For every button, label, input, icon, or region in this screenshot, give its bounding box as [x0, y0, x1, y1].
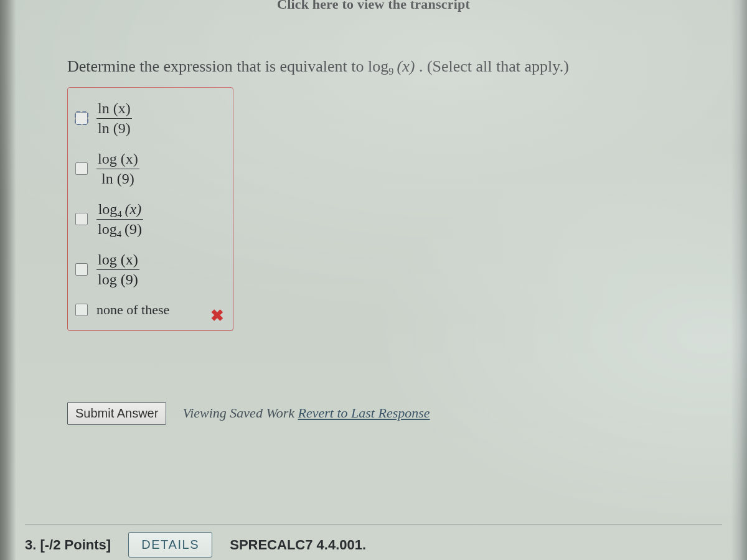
- option-5-label: none of these: [96, 302, 169, 318]
- option-5-checkbox[interactable]: [75, 304, 88, 316]
- option-1-expression: ln (x) ln (9): [96, 100, 132, 137]
- option-4-expression: log (x) log (9): [96, 251, 139, 288]
- details-button[interactable]: DETAILS: [128, 532, 212, 558]
- option-1-checkbox[interactable]: [75, 112, 88, 124]
- incorrect-icon: ✖: [210, 306, 224, 325]
- question-prompt: Determine the expression that is equival…: [67, 55, 679, 78]
- option-4[interactable]: log (x) log (9): [75, 251, 227, 288]
- next-question-header: 3. [-/2 Points] DETAILS SPRECALC7 4.4.00…: [25, 524, 722, 558]
- option-2-expression: log (x) ln (9): [96, 151, 139, 187]
- answer-options-box: ln (x) ln (9) log (x) ln (9) log4 (x) lo…: [67, 87, 233, 331]
- option-2-checkbox[interactable]: [75, 162, 88, 175]
- option-1[interactable]: ln (x) ln (9): [75, 100, 227, 137]
- question-expression: log9 (x): [368, 57, 419, 75]
- option-5[interactable]: none of these: [75, 302, 227, 318]
- option-3-expression: log4 (x) log4 (9): [96, 201, 143, 238]
- question-prefix: Determine the expression that is equival…: [67, 57, 368, 75]
- next-question-points: 3. [-/2 Points]: [25, 537, 111, 553]
- next-question-reference: SPRECALC7 4.4.001.: [230, 537, 366, 553]
- option-2[interactable]: log (x) ln (9): [75, 151, 227, 187]
- revert-link[interactable]: Revert to Last Response: [298, 405, 430, 421]
- submit-answer-button[interactable]: Submit Answer: [67, 402, 166, 425]
- option-3-checkbox[interactable]: [75, 213, 88, 225]
- option-4-checkbox[interactable]: [75, 263, 88, 276]
- question-suffix: . (Select all that apply.): [419, 57, 569, 75]
- option-3[interactable]: log4 (x) log4 (9): [75, 201, 227, 238]
- saved-work-status: Viewing Saved Work Revert to Last Respon…: [182, 405, 430, 421]
- transcript-link-partial[interactable]: Click here to view the transcript: [0, 0, 747, 12]
